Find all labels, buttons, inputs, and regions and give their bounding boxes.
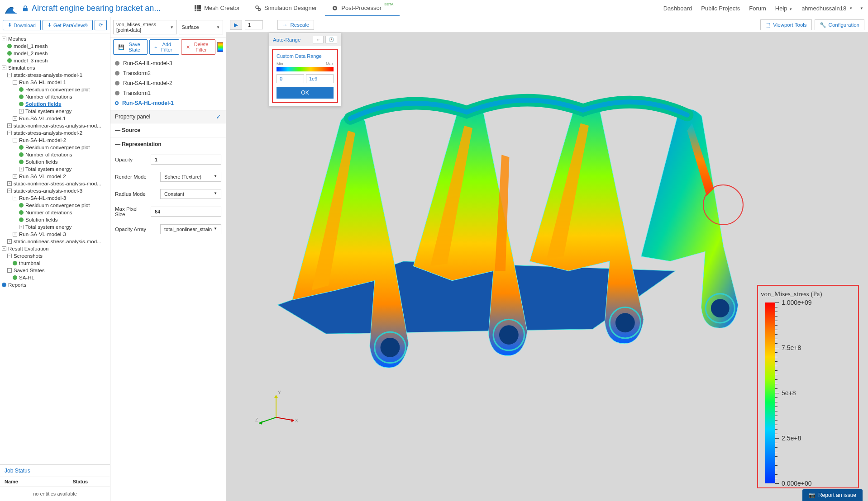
tree-sim[interactable]: − static-stress-analysis-model-3 <box>0 187 110 194</box>
tree-result[interactable]: Number of iterations <box>0 209 110 216</box>
svg-rect-1 <box>195 5 196 7</box>
representation-section[interactable]: Representation <box>115 141 221 147</box>
tree-saved-states[interactable]: − Saved States <box>0 267 110 274</box>
tree-mesh-item[interactable]: model_3 mesh <box>0 57 110 64</box>
tree-sim[interactable]: + static-nonlinear-stress-analysis-mod..… <box>0 122 110 129</box>
min-input[interactable] <box>277 74 304 83</box>
tree-result[interactable]: + Total system energy <box>0 165 110 173</box>
render-mode-select[interactable]: Sphere (Texture)▼ <box>160 172 221 182</box>
tree-screenshots[interactable]: − Screenshots <box>0 252 110 260</box>
source-section[interactable]: Source <box>115 127 221 133</box>
opacity-input[interactable] <box>151 155 221 165</box>
save-state-button[interactable]: 💾Save State <box>113 39 148 55</box>
tab-post-processor[interactable]: Post-Processor BETA <box>325 1 400 16</box>
render-type-select[interactable]: Surface▼ <box>179 20 223 34</box>
chevron-down-icon: ▼ <box>170 25 174 29</box>
tree-result[interactable]: Number of iterations <box>0 151 110 158</box>
rescale-button[interactable]: ↔Rescale <box>277 20 314 30</box>
tree-result[interactable]: Solution fields <box>0 100 110 108</box>
render-mode-label: Render Mode <box>115 174 156 180</box>
auto-range-label[interactable]: Auto-Range <box>273 37 300 43</box>
add-filter-button[interactable]: +Add Filter <box>149 39 179 55</box>
refresh-button[interactable]: ⟳ <box>95 20 107 30</box>
opacity-array-select[interactable]: total_nonlinear_strain▼ <box>160 224 221 234</box>
link-help[interactable]: Help ▼ <box>775 5 792 12</box>
tree-result[interactable]: Solution fields <box>0 216 110 223</box>
tree-reports[interactable]: Reports <box>0 281 110 288</box>
pipeline-item[interactable]: Transform2 <box>110 68 226 78</box>
tree-result[interactable]: Residuum convergence plot <box>0 202 110 209</box>
gradient-preview <box>277 67 334 71</box>
tree-run[interactable]: − Run-SA-HL-model-3 <box>0 194 110 202</box>
tree-result[interactable]: + Total system energy <box>0 223 110 231</box>
link-public-projects[interactable]: Public Projects <box>701 5 740 12</box>
rescale-popup: Auto-Range ↔ 🕐 Custom Data Range MinMax … <box>269 33 341 106</box>
tree-result[interactable]: Residuum convergence plot <box>0 86 110 93</box>
play-icon: ▶ <box>234 22 238 28</box>
ok-button[interactable]: OK <box>277 87 334 99</box>
opacity-label: Opacity <box>115 157 146 162</box>
tree-saved-state-item[interactable]: SA-HL <box>0 274 110 281</box>
tree-sim[interactable]: + static-nonlinear-stress-analysis-mod..… <box>0 238 110 245</box>
beta-badge: BETA <box>384 2 393 6</box>
tree-result[interactable]: Residuum convergence plot <box>0 144 110 151</box>
max-pixel-input[interactable] <box>151 207 221 217</box>
svg-point-11 <box>258 8 260 10</box>
x-icon: ✕ <box>186 44 190 50</box>
get-paraview-button[interactable]: ⬇Get ParaView® <box>43 20 93 30</box>
radius-mode-select[interactable]: Constant▼ <box>160 189 221 199</box>
svg-rect-5 <box>197 7 199 9</box>
tree-result[interactable]: + Total system energy <box>0 108 110 115</box>
configuration-button[interactable]: 🔧Configuration <box>815 19 864 30</box>
svg-text:Z: Z <box>255 417 258 422</box>
refresh-icon: ⟳ <box>99 22 103 28</box>
pipeline-item[interactable]: Run-SA-HL-model-3 <box>110 58 226 68</box>
max-input[interactable] <box>306 74 334 83</box>
tree-mesh-item[interactable]: model_2 mesh <box>0 50 110 57</box>
plus-icon: + <box>154 44 157 50</box>
tree-run[interactable]: − Run-SA-HL-model-2 <box>0 137 110 144</box>
chevron-down-icon: ▼ <box>216 25 220 29</box>
pipeline-item[interactable]: Run-SA-HL-model-1 <box>110 98 226 108</box>
tree-sim[interactable]: − static-stress-analysis-model-2 <box>0 129 110 137</box>
radius-mode-label: Radius Mode <box>115 191 156 197</box>
tree-simulations[interactable]: − Simulations <box>0 64 110 71</box>
tree-sim[interactable]: + static-nonlinear-stress-analysis-mod..… <box>0 180 110 187</box>
link-dashboard[interactable]: Dashboard <box>663 5 692 12</box>
report-issue-button[interactable]: 📷 Report an issue <box>802 489 863 501</box>
frame-input[interactable] <box>245 20 263 29</box>
job-empty-text: no entities available <box>0 487 110 501</box>
delete-filter-button[interactable]: ✕Delete Filter <box>181 39 216 55</box>
viewport-tools-button[interactable]: ⬚Viewport Tools <box>760 19 811 30</box>
tree-run[interactable]: + Run-SA-VL-model-1 <box>0 115 110 122</box>
tree-sim[interactable]: − static-stress-analysis-model-1 <box>0 71 110 79</box>
svg-marker-23 <box>291 419 294 422</box>
tree-result[interactable]: Number of iterations <box>0 93 110 100</box>
svg-marker-26 <box>274 395 278 398</box>
property-panel-header[interactable]: Property panel ✓ <box>110 110 226 123</box>
tree-mesh-item[interactable]: model_1 mesh <box>0 43 110 50</box>
3d-viewport[interactable] <box>253 58 787 397</box>
tree-meshes[interactable]: − Meshes <box>0 35 110 43</box>
pipeline-item[interactable]: Transform1 <box>110 88 226 98</box>
auto-range-static-button[interactable]: ↔ <box>313 36 324 43</box>
download-button[interactable]: ⬇Download <box>3 20 41 30</box>
field-select[interactable]: von_Mises_stress [point-data]▼ <box>113 20 177 34</box>
link-forum[interactable]: Forum <box>749 5 766 12</box>
user-menu[interactable]: ahmedhussain18 ▼ ▼ <box>801 5 863 12</box>
tab-simulation-designer[interactable]: Simulation Designer <box>248 1 323 16</box>
tree-run[interactable]: + Run-SA-VL-model-3 <box>0 231 110 238</box>
svg-rect-2 <box>197 5 199 7</box>
svg-rect-7 <box>195 9 196 11</box>
tab-mesh-creator[interactable]: Mesh Creator <box>188 1 246 16</box>
colormap-button[interactable] <box>217 42 223 52</box>
job-col-name: Name <box>5 479 55 484</box>
tree-result[interactable]: Solution fields <box>0 158 110 165</box>
pipeline-item[interactable]: Run-SA-HL-model-2 <box>110 78 226 88</box>
tree-run[interactable]: + Run-SA-VL-model-2 <box>0 173 110 180</box>
tree-run[interactable]: − Run-SA-HL-model-1 <box>0 79 110 86</box>
tree-screenshot-item[interactable]: thumbnail <box>0 260 110 267</box>
play-button[interactable]: ▶ <box>230 20 242 30</box>
auto-range-time-button[interactable]: 🕐 <box>325 36 337 43</box>
tree-result-eval[interactable]: − Result Evaluation <box>0 245 110 252</box>
